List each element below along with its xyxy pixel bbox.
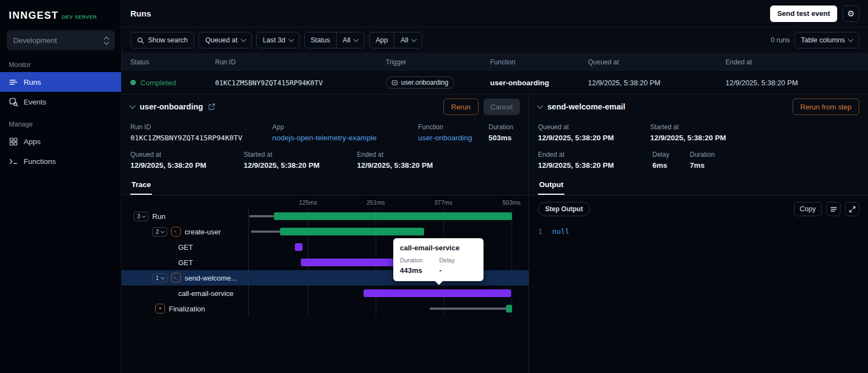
trace-span-name: send-welcome...: [185, 274, 237, 282]
started-at-value: 12/9/2025, 5:38:20 PM: [244, 161, 357, 169]
trace-bar-queue[interactable]: [251, 231, 280, 233]
ended-at-label: Ended at: [357, 151, 470, 158]
tab-trace[interactable]: Trace: [130, 176, 152, 195]
column-header-run-id[interactable]: Run ID: [215, 58, 386, 66]
trace-bar-purple[interactable]: [301, 259, 398, 266]
trace-bar-queue[interactable]: [430, 308, 509, 310]
axis-tick-label: 503ms: [502, 199, 520, 206]
step-detail-title: send-welcome-email: [547, 102, 625, 111]
step-duration-value: 7ms: [690, 161, 715, 169]
sidebar-item-events[interactable]: Events: [0, 92, 121, 112]
external-link-icon[interactable]: [208, 103, 216, 111]
trigger-badge[interactable]: user.onboarding: [386, 76, 454, 89]
sidebar-item-label: Events: [24, 98, 46, 106]
trace-row[interactable]: call-email-service: [122, 286, 529, 301]
column-header-trigger[interactable]: Trigger: [386, 58, 490, 66]
rerun-button[interactable]: Rerun: [443, 98, 478, 115]
trace-viewer: 125ms251ms377ms503ms 3Run2>_create-userG…: [122, 195, 529, 373]
status-filter-dropdown[interactable]: Status All: [304, 32, 365, 48]
settings-button[interactable]: ⚙: [843, 6, 859, 22]
app-link[interactable]: nodejs-open-telemetry-example: [272, 134, 418, 142]
inngest-logo: INNGEST: [9, 10, 59, 21]
run-detail-tabs: Trace: [122, 176, 529, 195]
time-range-label: Last 3d: [263, 36, 285, 44]
step-icon: >_: [171, 227, 181, 237]
trace-bar-green[interactable]: [280, 228, 424, 235]
environment-select[interactable]: Development: [7, 30, 115, 50]
chevron-down-icon: [848, 36, 854, 42]
function-label: Function: [418, 123, 488, 131]
trace-bar-purple[interactable]: [295, 243, 303, 251]
chevron-down-icon: [354, 36, 359, 42]
trace-span-name: GET: [178, 259, 193, 267]
collapse-toggle[interactable]: 1: [152, 273, 167, 283]
collapse-toggle[interactable]: 3: [134, 212, 149, 221]
sidebar-item-label: Apps: [24, 138, 41, 146]
duration-value: 503ms: [488, 134, 513, 142]
app-label: App: [272, 123, 418, 131]
column-header-status[interactable]: Status: [122, 58, 215, 66]
trace-row[interactable]: 2>_create-user: [122, 224, 529, 239]
trace-row[interactable]: ⚑Finalization: [122, 301, 529, 316]
chevron-down-icon: [411, 36, 417, 42]
queued-at-value: 12/9/2025, 5:38:20 PM: [130, 161, 244, 169]
expand-button[interactable]: [845, 202, 859, 216]
app-filter-dropdown[interactable]: App All: [369, 32, 422, 48]
trace-bar-purple[interactable]: [364, 289, 511, 297]
table-columns-dropdown[interactable]: Table columns: [794, 32, 859, 48]
time-range-dropdown[interactable]: Last 3d: [256, 32, 300, 48]
trace-row[interactable]: 3Run: [122, 209, 529, 224]
run-id-value: 01KC1ZMSBNY9ZQT415RP94K0TV: [215, 79, 386, 87]
trace-tooltip: call-email-service Duration 443ms Delay …: [393, 238, 484, 281]
sidebar-section-monitor: Monitor: [0, 52, 121, 72]
app-filter-label: App: [370, 32, 394, 48]
runs-count: 0 runs: [771, 36, 790, 44]
rerun-from-step-button[interactable]: Rerun from step: [793, 98, 859, 115]
chevron-down-icon: [240, 36, 246, 42]
trace-bar-green[interactable]: [506, 305, 512, 312]
function-link[interactable]: user-onboarding: [418, 134, 488, 142]
sidebar-item-apps[interactable]: Apps: [0, 131, 121, 151]
send-test-event-button[interactable]: Send test event: [770, 6, 837, 22]
trace-span-name: call-email-service: [178, 289, 233, 298]
run-detail-title: user-onboarding: [140, 102, 203, 111]
axis-tick-label: 251ms: [366, 199, 384, 206]
line-number: 1: [538, 227, 542, 235]
dev-server-badge: DEV SERVER: [62, 14, 97, 20]
gear-icon: ⚙: [847, 9, 854, 19]
run-id-label: Run ID: [130, 123, 272, 131]
logo-row: INNGEST DEV SERVER: [0, 0, 121, 25]
column-header-queued-at[interactable]: Queued at: [588, 58, 726, 66]
queued-at-dropdown[interactable]: Queued at: [199, 32, 251, 48]
collapse-toggle[interactable]: 2: [152, 227, 167, 237]
collapse-run-chevron-icon[interactable]: [129, 102, 135, 108]
page-title: Runs: [130, 9, 151, 18]
tab-output[interactable]: Output: [538, 176, 564, 195]
step-detail-panel: send-welcome-email Rerun from step Queue…: [529, 95, 868, 373]
tooltip-duration-label: Duration: [400, 257, 423, 264]
main-area: Runs Send test event ⚙ Show search Queue…: [122, 0, 868, 373]
collapse-step-chevron-icon[interactable]: [537, 102, 543, 108]
trace-bar-green[interactable]: [274, 212, 512, 220]
queued-at-dropdown-label: Queued at: [205, 36, 237, 44]
output-code[interactable]: 1 null: [529, 221, 868, 242]
sidebar-item-functions[interactable]: Functions: [0, 151, 121, 171]
chevron-down-icon: [142, 213, 146, 217]
trace-bar-queue[interactable]: [249, 215, 274, 217]
chevron-down-icon: [161, 275, 164, 279]
show-search-label: Show search: [148, 36, 188, 44]
run-detail-panel: user-onboarding Rerun Cancel Run ID 01KC…: [122, 95, 529, 373]
output-section: Step Output Copy: [529, 195, 868, 373]
sidebar-item-runs[interactable]: Runs: [0, 72, 121, 92]
table-row[interactable]: Completed 01KC1ZMSBNY9ZQT415RP94K0TV use…: [122, 71, 868, 95]
sidebar-section-manage: Manage: [0, 112, 121, 131]
show-search-button[interactable]: Show search: [130, 32, 194, 48]
sidebar-item-label: Runs: [24, 78, 41, 86]
column-header-ended-at[interactable]: Ended at: [726, 58, 868, 66]
finalization-icon: ⚑: [155, 304, 165, 314]
wrap-lines-button[interactable]: [826, 202, 840, 216]
cancel-button[interactable]: Cancel: [484, 98, 520, 115]
column-header-function[interactable]: Function: [490, 58, 588, 66]
apps-icon: [9, 137, 18, 146]
copy-button[interactable]: Copy: [794, 202, 822, 216]
